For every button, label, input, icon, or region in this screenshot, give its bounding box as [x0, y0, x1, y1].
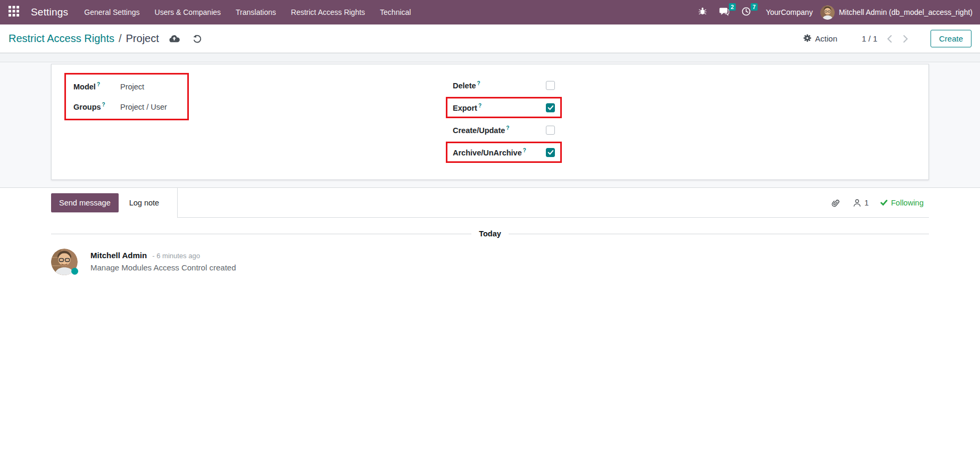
field-row-archive-unarchive: Archive/UnArchive?: [446, 142, 562, 163]
form-statusbar: [0, 53, 980, 62]
company-switcher[interactable]: YourCompany: [766, 8, 812, 17]
form-sheet-background: Model? Project Groups? Project / User De…: [0, 62, 980, 188]
menu-restrict-access-rights[interactable]: Restrict Access Rights: [284, 0, 372, 24]
message-content: Mitchell Admin - 6 minutes ago Manage Mo…: [90, 249, 236, 275]
groups-field-value: Project / User: [120, 103, 167, 111]
log-note-button[interactable]: Log note: [126, 198, 162, 208]
help-marker: ?: [478, 103, 481, 109]
help-marker: ?: [523, 147, 526, 153]
online-status-dot: [71, 268, 78, 275]
activities-count-badge: 7: [751, 3, 758, 11]
pager: 1 / 1: [862, 34, 909, 44]
following-button[interactable]: Following: [881, 199, 924, 207]
help-marker: ?: [102, 102, 105, 108]
form-sheet: Model? Project Groups? Project / User De…: [51, 64, 929, 180]
divider-line: [51, 234, 471, 234]
app-menus: General Settings Users & Companies Trans…: [77, 0, 418, 24]
breadcrumb: Restrict Access Rights / Project: [9, 32, 159, 45]
chat-bubble-icon: [719, 6, 729, 19]
message-thread: Today: [0, 229, 980, 275]
menu-technical[interactable]: Technical: [372, 0, 418, 24]
action-menu-button[interactable]: Action: [803, 34, 837, 44]
message-author-name: Mitchell Admin: [90, 251, 147, 260]
person-icon: [852, 198, 862, 208]
pager-value: 1 / 1: [862, 34, 877, 43]
message-item: Mitchell Admin - 6 minutes ago Manage Mo…: [51, 249, 929, 275]
control-panel: Restrict Access Rights / Project: [0, 24, 980, 53]
user-avatar: [820, 5, 835, 20]
menu-general-settings[interactable]: General Settings: [77, 0, 147, 24]
apps-menu-button[interactable]: [0, 0, 28, 24]
date-divider-label: Today: [479, 229, 501, 238]
help-marker: ?: [97, 81, 100, 87]
field-row-model: Model? Project: [73, 81, 180, 91]
date-divider: Today: [51, 229, 929, 238]
clock-icon: [741, 6, 751, 19]
menu-translations[interactable]: Translations: [228, 0, 284, 24]
model-field-label: Model?: [73, 81, 120, 91]
discard-undo-icon[interactable]: [193, 34, 202, 44]
check-icon: [881, 199, 887, 206]
activities-menu-button[interactable]: 7: [735, 0, 757, 24]
followers-count: 1: [865, 199, 869, 207]
pager-next-icon[interactable]: [902, 34, 909, 44]
divider-line: [509, 234, 929, 234]
archive-unarchive-field-label: Archive/UnArchive?: [453, 147, 526, 157]
debug-menu-button[interactable]: [692, 0, 713, 24]
breadcrumb-parent-link[interactable]: Restrict Access Rights: [9, 32, 114, 45]
field-row-create-update: Create/Update?: [446, 119, 562, 141]
current-app-name[interactable]: Settings: [31, 6, 68, 18]
user-name: Mitchell Admin (db_model_access_right): [839, 8, 973, 17]
action-label: Action: [815, 34, 837, 43]
groups-field-label: Groups?: [73, 102, 120, 111]
chatter-topbar-right: 1 Following: [177, 188, 929, 218]
gear-icon: [803, 34, 811, 44]
messages-menu-button[interactable]: 2: [713, 0, 735, 24]
top-navbar: Settings General Settings Users & Compan…: [0, 0, 980, 24]
chatter-tabs: Send message Log note: [51, 188, 177, 218]
help-marker: ?: [506, 125, 509, 131]
message-body: Manage Modules Access Control created: [90, 263, 236, 272]
apps-grid-icon: [9, 6, 19, 19]
annotation-highlight-model-groups: Model? Project Groups? Project / User: [64, 73, 189, 120]
control-panel-right: Action 1 / 1 Create: [803, 30, 971, 47]
breadcrumb-current: Project: [126, 32, 159, 45]
archive-unarchive-checkbox[interactable]: [546, 148, 555, 157]
form-left-column: Model? Project Groups? Project / User: [64, 73, 446, 179]
create-update-field-label: Create/Update?: [453, 125, 509, 135]
send-message-button[interactable]: Send message: [51, 193, 119, 212]
following-label: Following: [891, 199, 924, 207]
create-button[interactable]: Create: [931, 30, 971, 47]
bug-icon: [698, 6, 707, 18]
messages-count-badge: 2: [729, 3, 736, 11]
message-timestamp: - 6 minutes ago: [152, 252, 200, 260]
help-marker: ?: [477, 80, 480, 86]
model-field-value: Project: [120, 83, 144, 91]
attachments-button[interactable]: [830, 198, 841, 208]
form-right-column: Delete? Export? Create/Update? Archive/U…: [446, 73, 584, 179]
message-header: Mitchell Admin - 6 minutes ago: [90, 249, 236, 260]
message-author-avatar: [51, 249, 78, 275]
field-row-groups: Groups? Project / User: [73, 102, 180, 111]
breadcrumb-separator: /: [119, 32, 122, 45]
chatter-topbar: Send message Log note 1 Following: [0, 188, 980, 218]
delete-checkbox[interactable]: [546, 81, 555, 90]
delete-field-label: Delete?: [453, 80, 480, 90]
paperclip-icon: [828, 195, 843, 210]
field-row-delete: Delete?: [446, 75, 562, 96]
menu-users-companies[interactable]: Users & Companies: [147, 0, 229, 24]
create-update-checkbox[interactable]: [546, 126, 555, 135]
field-row-export: Export?: [446, 97, 562, 118]
systray: 2 7 YourCompany: [692, 0, 973, 24]
user-menu[interactable]: Mitchell Admin (db_model_access_right): [820, 5, 973, 20]
pager-previous-icon[interactable]: [886, 34, 893, 44]
followers-button[interactable]: 1: [852, 198, 869, 208]
export-checkbox[interactable]: [546, 103, 555, 112]
save-indicator-cloud-icon[interactable]: [169, 34, 180, 43]
export-field-label: Export?: [453, 103, 481, 112]
